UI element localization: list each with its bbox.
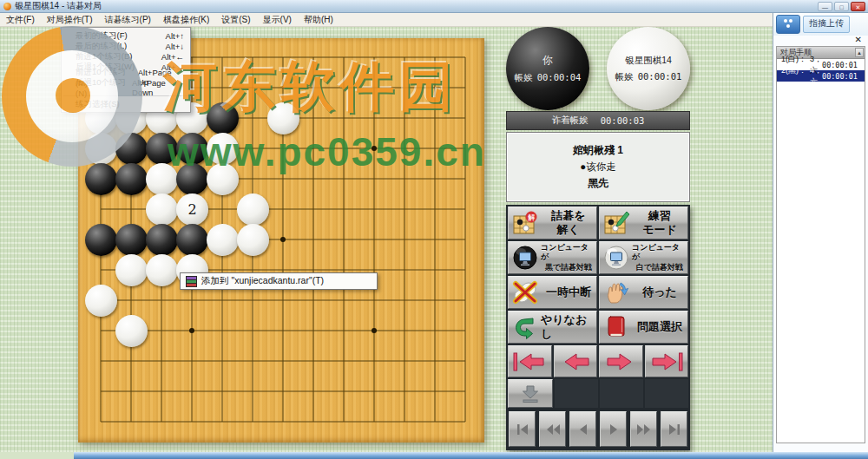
white-player-time: 帳娭00:00:01 [615,71,682,83]
go-stone-white[interactable] [146,254,178,286]
window-title: 银星围棋14 - 诘碁对局 [15,0,102,12]
go-stone-white[interactable] [267,102,299,134]
go-stone-white[interactable] [207,163,239,195]
upload-toolbar: 指摘上传 [773,13,868,36]
redo-button[interactable]: やりなおし [508,311,597,344]
menu-bar: 文件(F) 对局操作(T) 诘碁练习(P) 棋盘操作(K) 设置(S) 显示(V… [0,13,773,27]
black-player-clock: 你 帳娭00:00:04 [506,27,589,110]
playback-fast-back-button[interactable] [539,411,566,447]
menu-help[interactable]: 帮助(H) [298,13,339,26]
go-stone-white[interactable] [85,133,117,165]
move-timer-bar: 诈着帳娭 00:00:03 [506,111,690,130]
minimize-button[interactable]: — [818,2,832,11]
close-button[interactable]: ✕ [851,2,865,11]
winrar-tooltip: 添加到 "xunjiecadkantu.rar"(T) [180,272,378,290]
pause-button[interactable]: 一時中断 [508,276,597,309]
playback-forward-button[interactable] [600,411,627,447]
menu-file[interactable]: 文件(F) [0,13,41,26]
practice-dropdown-menu: 最初的练习(F)Alt+↑ 最后的练习(L)Alt+↓ 前进1个练习(B)Alt… [61,27,191,113]
computer-plays-black-button[interactable]: コンピュータが黒で詰碁対戦 [508,241,597,274]
winrar-icon [186,276,197,287]
go-first-button[interactable] [508,345,552,377]
hand-icon [603,279,629,305]
menu-item-practice-select[interactable]: 练习选择(S) [62,99,190,109]
scrollbar-up-icon[interactable]: ▲ [855,48,864,57]
interrupt-stones-icon [512,279,538,305]
go-stone-black[interactable] [207,102,239,134]
go-stone-black[interactable] [176,163,208,195]
empty-cell [600,379,643,408]
problem-select-button[interactable]: 問題選択 [599,311,688,344]
go-stone-white[interactable] [115,254,148,286]
panel-close-icon[interactable]: ✕ [855,36,862,44]
app-icon [3,3,11,10]
playback-first-button[interactable] [509,411,536,447]
playback-last-icon [666,421,683,438]
go-stone-white[interactable] [115,315,148,347]
go-stone-black[interactable] [115,224,148,256]
go-stone-black[interactable] [115,133,148,165]
stone-move-number: 2 [187,201,196,218]
undo-request-button[interactable]: 待った [599,276,688,309]
go-stone-white[interactable] [207,224,239,256]
go-stone-black[interactable] [146,224,178,256]
go-stone-black[interactable] [146,133,178,165]
move-row[interactable]: 2(黑)：4，六 00:00:01 [777,70,865,82]
back-arrow-icon [557,351,594,372]
playback-fast-back-icon [544,421,562,438]
playback-last-button[interactable] [661,411,687,447]
practice-mode-button[interactable]: 練習モード [599,207,688,239]
svg-text:解: 解 [528,213,536,221]
menu-item-last-practice[interactable]: 最后的练习(L)Alt+↓ [62,41,190,51]
menu-item-forward-1[interactable]: 前进1个练习(B)Alt+← [62,51,190,62]
problem-number: 婠蚏楸殘 1 [573,143,623,158]
menu-item-first-practice[interactable]: 最初的练习(F)Alt+↑ [62,30,190,41]
book-icon [603,314,629,340]
maximize-button[interactable]: □ [834,2,849,11]
playback-forward-icon [605,421,622,438]
forward-button[interactable] [599,345,643,377]
menu-view[interactable]: 显示(V) [257,13,298,26]
playback-fast-forward-button[interactable] [630,411,657,447]
upload-button[interactable]: 指摘上传 [803,16,850,33]
upload-icon[interactable] [776,15,800,34]
computer-black-icon [512,245,538,271]
go-stone-white[interactable]: 2 [176,193,208,226]
go-stone-black[interactable] [85,163,117,195]
star-point [372,328,377,333]
go-stone-black[interactable] [176,224,208,256]
go-stone-black[interactable] [115,163,148,195]
menu-practice[interactable]: 诘碁练习(P) [99,13,157,26]
skip-back-arrow-icon [511,351,548,372]
menu-game[interactable]: 对局操作(T) [41,13,99,26]
empty-cell [555,379,598,408]
computer-plays-white-button[interactable]: コンピュータが白で詰碁対戦 [599,241,688,274]
playback-fast-forward-icon [635,421,653,438]
go-stone-white[interactable] [146,193,178,226]
menu-settings[interactable]: 设置(S) [215,13,256,26]
turn-indicator: ●该你走 [580,161,615,174]
white-player-name: 银星围棋14 [625,55,672,67]
go-stone-white[interactable] [207,133,239,165]
go-stone-white[interactable] [237,193,269,226]
go-stone-white[interactable] [85,285,117,317]
star-point [189,328,194,333]
go-stone-black[interactable] [176,133,208,165]
solve-tsumego-button[interactable]: 解 詰碁を解く [508,207,597,239]
go-stone-white[interactable] [146,163,178,195]
control-button-panel: 解 詰碁を解く 練習モード [506,205,690,450]
playback-back-button[interactable] [569,411,596,447]
go-stone-black[interactable] [85,224,117,256]
down-to-line-icon [520,384,541,404]
window-bottom-edge [74,452,868,459]
back-button[interactable] [554,345,598,377]
go-last-button[interactable] [645,345,689,377]
redo-arrow-icon [512,314,538,340]
drop-to-variation-button[interactable] [508,379,553,408]
playback-first-icon [514,421,531,438]
go-stone-white[interactable] [237,224,269,256]
app-window: 银星围棋14 - 诘碁对局 — □ ✕ 文件(F) 对局操作(T) 诘碁练习(P… [0,0,868,459]
menu-board[interactable]: 棋盘操作(K) [157,13,215,26]
black-player-time: 帳娭00:00:04 [515,72,582,84]
menu-item-back-10[interactable]: 后退10个练习(N)Alt+Page Down [62,82,190,93]
